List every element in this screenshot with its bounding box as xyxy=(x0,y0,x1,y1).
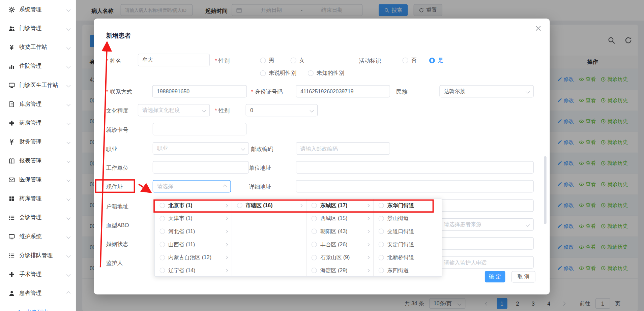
sidebar-item-charge-station[interactable]: 收费工作站 xyxy=(0,38,76,57)
yen-icon xyxy=(9,139,15,145)
cascader-option-province[interactable]: 河北省 (11) xyxy=(155,225,232,238)
radio-icon xyxy=(312,229,317,234)
radio-icon xyxy=(160,242,165,247)
guardian-label: 监护人 xyxy=(106,259,123,267)
cascader-option-district[interactable]: 丰台区 (26) xyxy=(307,238,373,251)
sidebar-item-outpatient-doctor[interactable]: 门诊医生工作站 xyxy=(0,76,76,95)
sidebar-item-patient[interactable]: 患者管理 xyxy=(0,284,76,303)
sidebar-item-maintenance[interactable]: 维护系统 xyxy=(0,227,76,246)
sidebar-item-consultation[interactable]: 会诊管理 xyxy=(0,208,76,227)
chevron-down-icon xyxy=(66,253,70,257)
cascader-option-street[interactable]: 北新桥街道 xyxy=(374,251,442,264)
cascader-option-district[interactable]: 石景山区 (9) xyxy=(307,251,373,264)
grid-icon xyxy=(9,195,15,201)
name-input[interactable] xyxy=(138,54,210,66)
gender-unknown-radio[interactable]: 未知的性别 xyxy=(308,69,344,77)
sidebar-item-warehouse[interactable]: 库房管理 xyxy=(0,95,76,114)
chevron-down-icon xyxy=(66,216,70,220)
sidebar-item-pharmacy[interactable]: 药房管理 xyxy=(0,114,76,132)
cascader-option-street[interactable]: 东华门街道 xyxy=(374,199,442,212)
active-no-radio[interactable]: 否 xyxy=(403,57,417,64)
radio-icon xyxy=(379,203,384,208)
cascader-column-province: 北京市 (1) 天津市 (1) 河北省 (11) xyxy=(155,199,232,276)
gender-code-select[interactable]: 0 xyxy=(246,104,318,117)
active-yes-radio[interactable]: 是 xyxy=(429,57,443,64)
medical-cross-icon xyxy=(9,120,15,126)
sidebar-item-surgery[interactable]: 手术管理 xyxy=(0,265,76,284)
sidebar-item-finance[interactable]: 财务管理 xyxy=(0,132,76,151)
chevron-down-icon xyxy=(202,108,206,112)
chevron-down-icon xyxy=(66,196,70,200)
work-unit-input[interactable] xyxy=(153,161,249,174)
sidebar: 系统管理 门诊管理 收费工作站 住院管理 门诊医生工作站 库房管理 xyxy=(0,0,76,311)
chevron-right-icon xyxy=(366,269,370,272)
chevron-down-icon xyxy=(66,140,70,144)
radio-icon xyxy=(160,216,165,221)
contact-input[interactable] xyxy=(152,85,247,98)
sidebar-item-drugstore[interactable]: 药库管理 xyxy=(0,189,76,208)
user-icon xyxy=(9,290,15,296)
id-number-input[interactable] xyxy=(296,85,390,98)
cascader-option-district[interactable]: 海淀区 (29) xyxy=(307,264,373,276)
cascader-option-district[interactable]: 东城区 (17) xyxy=(307,199,373,212)
sidebar-item-system[interactable]: 系统管理 xyxy=(0,0,76,19)
unit-address-input[interactable] xyxy=(296,161,533,174)
cascader-option-district[interactable]: 西城区 (15) xyxy=(307,212,373,225)
cascader-column-district: 东城区 (17) 西城区 (15) 朝阳区 (43) xyxy=(307,199,374,276)
occupation-select[interactable]: 职业 xyxy=(153,142,249,155)
chevron-down-icon xyxy=(66,272,70,276)
detail-address-input[interactable] xyxy=(296,180,533,193)
cascader-option-street[interactable]: 景山街道 xyxy=(374,212,442,225)
sidebar-item-triage-queue[interactable]: 分诊排队管理 xyxy=(0,246,76,265)
radio-icon xyxy=(379,268,384,273)
cascader-option-street[interactable]: 交道口街道 xyxy=(374,225,442,238)
sidebar-item-insurance[interactable]: 医保管理 xyxy=(0,170,76,189)
education-select[interactable]: 请选择文化程度 xyxy=(138,104,210,117)
radio-icon xyxy=(237,203,242,208)
cascader-option-province[interactable]: 内蒙古自治区 (12) xyxy=(155,251,232,264)
sidebar-item-outpatient[interactable]: 门诊管理 xyxy=(0,19,76,38)
occupation-label: 职业 xyxy=(106,146,117,153)
monitor-icon xyxy=(9,234,15,240)
sidebar-item-inpatient[interactable]: 住院管理 xyxy=(0,57,76,75)
unit-address-label: 单位地址 xyxy=(249,164,271,172)
gender-unspecified-radio[interactable]: 未说明性别 xyxy=(260,69,296,77)
patient-source-select[interactable]: 请选择患者来源 xyxy=(439,218,533,231)
cascader-option-province[interactable]: 山西省 (11) xyxy=(155,238,232,251)
cascader-option-district[interactable]: 朝阳区 (43) xyxy=(307,225,373,238)
sidebar-item-report[interactable]: 报表管理 xyxy=(0,151,76,170)
book-icon xyxy=(9,158,15,164)
radio-icon xyxy=(379,255,384,260)
chevron-up-icon xyxy=(223,184,227,188)
sidebar-item-patient-list[interactable]: 患者列表 xyxy=(0,304,76,311)
gender-male-radio[interactable]: 男 xyxy=(260,57,274,64)
guardian-phone-input[interactable] xyxy=(439,256,533,269)
chevron-down-icon xyxy=(66,45,70,49)
cascader-option-province[interactable]: 北京市 (1) xyxy=(155,199,232,212)
yen-icon xyxy=(9,44,15,50)
ethnicity-select[interactable]: 达斡尔族 xyxy=(439,85,533,98)
document-icon xyxy=(9,101,15,107)
radio-icon xyxy=(403,58,408,63)
detail-address-label: 详细地址 xyxy=(249,183,271,191)
current-address-select[interactable]: 请选择 xyxy=(153,180,231,193)
cascader-option-province[interactable]: 天津市 (1) xyxy=(155,212,232,225)
cancel-button[interactable]: 取 消 xyxy=(511,271,535,282)
modal-scrollbar[interactable] xyxy=(544,156,546,224)
postal-code-input[interactable] xyxy=(296,142,390,155)
cascader-option-city[interactable]: 市辖区 (16) xyxy=(232,199,306,212)
radio-icon xyxy=(312,268,317,273)
card-no-input[interactable] xyxy=(153,123,246,135)
marital-status-label: 婚姻状态 xyxy=(106,241,128,248)
cascader-option-street[interactable]: 东四街道 xyxy=(374,264,442,276)
gender-female-radio[interactable]: 女 xyxy=(291,57,305,64)
chevron-down-icon xyxy=(66,7,70,11)
confirm-button[interactable]: 确 定 xyxy=(485,271,505,282)
close-icon[interactable] xyxy=(535,25,542,32)
chevron-down-icon xyxy=(66,159,70,163)
cascader-option-province[interactable]: 辽宁省 (14) xyxy=(155,264,232,276)
user-icon xyxy=(17,310,22,311)
radio-icon xyxy=(312,216,317,221)
cascader-column-street: 东华门街道 景山街道 交道口街道 xyxy=(374,199,442,276)
cascader-option-street[interactable]: 安定门街道 xyxy=(374,238,442,251)
